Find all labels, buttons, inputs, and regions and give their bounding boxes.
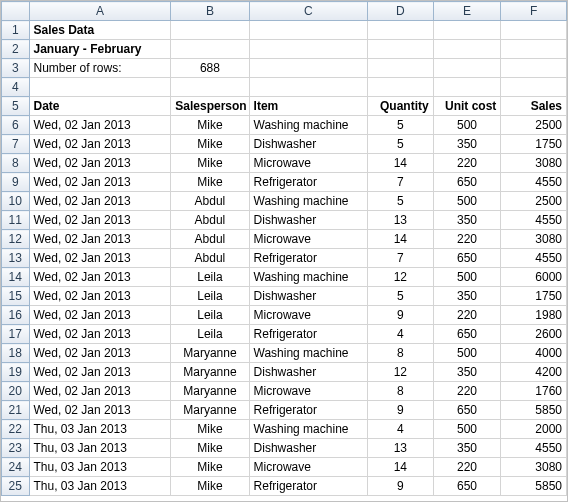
cell[interactable] [433, 21, 501, 40]
cell-date[interactable]: Thu, 03 Jan 2013 [29, 420, 171, 439]
cell-salesperson[interactable]: Mike [171, 439, 249, 458]
cell-salesperson[interactable]: Maryanne [171, 401, 249, 420]
cell-salesperson[interactable]: Leila [171, 287, 249, 306]
cell-unitcost[interactable]: 650 [433, 401, 501, 420]
cell-item[interactable]: Dishwasher [249, 439, 368, 458]
cell-sales[interactable]: 1980 [501, 306, 567, 325]
cell-sales[interactable]: 4550 [501, 211, 567, 230]
cell-quantity[interactable]: 7 [368, 173, 434, 192]
cell-unitcost[interactable]: 500 [433, 268, 501, 287]
col-header-D[interactable]: D [368, 2, 434, 21]
cell-salesperson[interactable]: Mike [171, 116, 249, 135]
cell-sales[interactable]: 5850 [501, 477, 567, 496]
cell-unitcost[interactable]: 220 [433, 154, 501, 173]
row-header[interactable]: 13 [2, 249, 30, 268]
cell-salesperson[interactable]: Leila [171, 306, 249, 325]
header-date[interactable]: Date [29, 97, 171, 116]
cell[interactable] [171, 21, 249, 40]
cell-salesperson[interactable]: Mike [171, 458, 249, 477]
cell[interactable] [171, 40, 249, 59]
cell-unitcost[interactable]: 650 [433, 477, 501, 496]
cell-quantity[interactable]: 12 [368, 363, 434, 382]
cell-sales[interactable]: 2500 [501, 192, 567, 211]
cell[interactable] [249, 78, 368, 97]
cell-salesperson[interactable]: Leila [171, 325, 249, 344]
row-header[interactable]: 10 [2, 192, 30, 211]
cell-item[interactable]: Washing machine [249, 116, 368, 135]
cell[interactable] [368, 59, 434, 78]
cell-date[interactable]: Wed, 02 Jan 2013 [29, 135, 171, 154]
cell-sales[interactable]: 2600 [501, 325, 567, 344]
cell-date[interactable]: Thu, 03 Jan 2013 [29, 477, 171, 496]
col-header-E[interactable]: E [433, 2, 501, 21]
cell-salesperson[interactable]: Mike [171, 420, 249, 439]
cell-item[interactable]: Microwave [249, 230, 368, 249]
cell-date[interactable]: Wed, 02 Jan 2013 [29, 173, 171, 192]
cell[interactable] [249, 21, 368, 40]
cell-sales[interactable]: 1750 [501, 287, 567, 306]
cell-item[interactable]: Washing machine [249, 420, 368, 439]
cell-item[interactable]: Dishwasher [249, 135, 368, 154]
cell-unitcost[interactable]: 350 [433, 363, 501, 382]
row-header[interactable]: 8 [2, 154, 30, 173]
row-header[interactable]: 1 [2, 21, 30, 40]
cell-sales[interactable]: 3080 [501, 154, 567, 173]
cell-item[interactable]: Refrigerator [249, 401, 368, 420]
cell-sales[interactable]: 3080 [501, 230, 567, 249]
cell-date[interactable]: Wed, 02 Jan 2013 [29, 154, 171, 173]
cell-item[interactable]: Refrigerator [249, 477, 368, 496]
cell-sales[interactable]: 6000 [501, 268, 567, 287]
header-quantity[interactable]: Quantity [368, 97, 434, 116]
cell-date[interactable]: Thu, 03 Jan 2013 [29, 458, 171, 477]
cell-unitcost[interactable]: 220 [433, 382, 501, 401]
cell-sales[interactable]: 3080 [501, 458, 567, 477]
row-header[interactable]: 25 [2, 477, 30, 496]
cell-quantity[interactable]: 5 [368, 135, 434, 154]
cell-item[interactable]: Microwave [249, 458, 368, 477]
cell-item[interactable]: Refrigerator [249, 173, 368, 192]
row-header[interactable]: 24 [2, 458, 30, 477]
cell-date[interactable]: Thu, 03 Jan 2013 [29, 439, 171, 458]
cell-quantity[interactable]: 8 [368, 382, 434, 401]
cell-date[interactable]: Wed, 02 Jan 2013 [29, 230, 171, 249]
cell-quantity[interactable]: 4 [368, 420, 434, 439]
header-unitcost[interactable]: Unit cost [433, 97, 501, 116]
cell-date[interactable]: Wed, 02 Jan 2013 [29, 363, 171, 382]
cell-unitcost[interactable]: 220 [433, 306, 501, 325]
cell-item[interactable]: Refrigerator [249, 325, 368, 344]
cell-date[interactable]: Wed, 02 Jan 2013 [29, 325, 171, 344]
col-header-A[interactable]: A [29, 2, 171, 21]
cell[interactable] [433, 78, 501, 97]
cell-item[interactable]: Washing machine [249, 268, 368, 287]
cell-salesperson[interactable]: Mike [171, 135, 249, 154]
cell-date[interactable]: Wed, 02 Jan 2013 [29, 401, 171, 420]
cell-salesperson[interactable]: Mike [171, 154, 249, 173]
cell-quantity[interactable]: 9 [368, 401, 434, 420]
cell-date[interactable]: Wed, 02 Jan 2013 [29, 306, 171, 325]
row-header[interactable]: 18 [2, 344, 30, 363]
cell-item[interactable]: Microwave [249, 306, 368, 325]
cell[interactable] [501, 78, 567, 97]
cell-date[interactable]: Wed, 02 Jan 2013 [29, 116, 171, 135]
cell-salesperson[interactable]: Abdul [171, 211, 249, 230]
cell-quantity[interactable]: 14 [368, 458, 434, 477]
row-header[interactable]: 7 [2, 135, 30, 154]
cell-item[interactable]: Microwave [249, 382, 368, 401]
cell-quantity[interactable]: 5 [368, 116, 434, 135]
cell-item[interactable]: Dishwasher [249, 211, 368, 230]
row-header[interactable]: 6 [2, 116, 30, 135]
cell-date[interactable]: Wed, 02 Jan 2013 [29, 249, 171, 268]
cell-unitcost[interactable]: 220 [433, 458, 501, 477]
col-header-B[interactable]: B [171, 2, 249, 21]
cell-sales[interactable]: 4550 [501, 249, 567, 268]
row-header[interactable]: 4 [2, 78, 30, 97]
cell-quantity[interactable]: 13 [368, 211, 434, 230]
cell-date[interactable]: Wed, 02 Jan 2013 [29, 382, 171, 401]
cell[interactable] [433, 40, 501, 59]
cell-sales[interactable]: 4550 [501, 439, 567, 458]
row-header[interactable]: 21 [2, 401, 30, 420]
cell-date[interactable]: Wed, 02 Jan 2013 [29, 344, 171, 363]
header-sales[interactable]: Sales [501, 97, 567, 116]
cell-salesperson[interactable]: Abdul [171, 192, 249, 211]
cell-salesperson[interactable]: Abdul [171, 249, 249, 268]
